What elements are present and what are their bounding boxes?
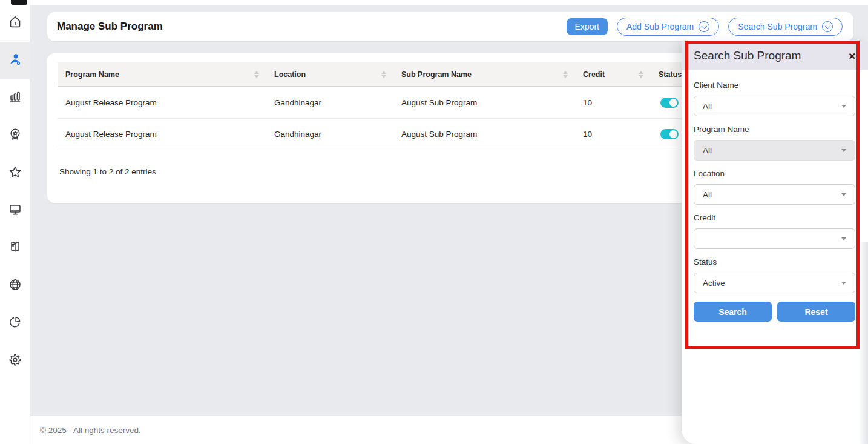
header-actions: Export Add Sub Program Search Sub Progra… bbox=[567, 18, 843, 36]
sidebar-item-library[interactable] bbox=[0, 230, 30, 267]
chevron-down-circle-icon bbox=[699, 21, 709, 32]
globe-icon bbox=[8, 277, 22, 294]
sort-icon[interactable] bbox=[639, 71, 643, 78]
cell-credit: 10 bbox=[575, 87, 651, 118]
chevron-down-icon bbox=[841, 105, 846, 108]
home-icon bbox=[8, 15, 22, 31]
sidebar bbox=[0, 0, 30, 444]
pie-chart-icon bbox=[8, 315, 22, 332]
cell-program-name: August Release Program bbox=[58, 118, 266, 150]
close-icon[interactable]: ✕ bbox=[848, 51, 856, 61]
credit-select[interactable] bbox=[694, 228, 855, 249]
chevron-down-icon bbox=[841, 282, 846, 285]
sidebar-item-analytics[interactable] bbox=[0, 305, 30, 342]
cell-location: Gandhinagar bbox=[266, 87, 393, 118]
panel-header: Search Sub Program ✕ bbox=[682, 41, 868, 70]
cell-program-name: August Release Program bbox=[58, 87, 266, 118]
badge-star-icon bbox=[8, 127, 22, 144]
cell-sub-program-name: August Sub Program bbox=[393, 118, 575, 150]
gear-icon bbox=[8, 353, 22, 369]
search-button[interactable]: Search bbox=[694, 302, 772, 322]
cell-credit: 10 bbox=[575, 118, 651, 150]
sidebar-item-settings[interactable] bbox=[0, 342, 30, 380]
status-toggle[interactable] bbox=[660, 129, 679, 139]
add-sub-program-label: Add Sub Program bbox=[626, 22, 694, 31]
logo-fragment bbox=[11, 0, 27, 5]
location-select[interactable]: All bbox=[694, 184, 855, 205]
chevron-down-circle-icon bbox=[822, 21, 833, 32]
search-sub-program-label: Search Sub Program bbox=[738, 22, 817, 31]
book-icon bbox=[8, 240, 22, 257]
status-select[interactable]: Active bbox=[694, 273, 855, 293]
status-label: Status bbox=[694, 257, 855, 267]
location-label: Location bbox=[694, 169, 855, 178]
bar-chart-icon bbox=[8, 90, 22, 107]
star-icon bbox=[8, 165, 22, 182]
page-header: Manage Sub Program Export Add Sub Progra… bbox=[47, 12, 853, 41]
sort-icon[interactable] bbox=[563, 71, 568, 78]
status-toggle[interactable] bbox=[660, 98, 679, 108]
sidebar-item-home[interactable] bbox=[0, 4, 30, 42]
cell-location: Gandhinagar bbox=[266, 118, 393, 150]
program-name-select: All bbox=[694, 140, 855, 161]
chevron-down-icon bbox=[841, 193, 846, 196]
export-button[interactable]: Export bbox=[567, 18, 608, 35]
chevron-down-icon bbox=[841, 237, 846, 240]
page-title: Manage Sub Program bbox=[57, 21, 163, 33]
panel-title: Search Sub Program bbox=[694, 49, 801, 62]
credit-label: Credit bbox=[694, 213, 855, 222]
column-header-sub-program-name[interactable]: Sub Program Name bbox=[393, 62, 575, 87]
copyright-text: © 2025 - All rights reserved. bbox=[40, 426, 141, 435]
monitor-icon bbox=[8, 202, 22, 219]
client-name-select[interactable]: All bbox=[694, 96, 855, 116]
reset-button[interactable]: Reset bbox=[777, 302, 855, 322]
sort-icon[interactable] bbox=[381, 71, 386, 78]
cell-sub-program-name: August Sub Program bbox=[393, 87, 575, 118]
sort-icon[interactable] bbox=[254, 71, 259, 78]
sidebar-item-badge[interactable] bbox=[0, 117, 30, 154]
column-header-credit[interactable]: Credit bbox=[575, 62, 651, 87]
column-header-program-name[interactable]: Program Name bbox=[58, 62, 266, 87]
sidebar-item-devices[interactable] bbox=[0, 192, 30, 230]
user-gear-icon bbox=[8, 52, 22, 69]
column-header-location[interactable]: Location bbox=[266, 62, 393, 87]
panel-body: Client Name All Program Name All Locatio… bbox=[682, 70, 868, 322]
client-name-label: Client Name bbox=[694, 81, 855, 90]
sidebar-item-favorites[interactable] bbox=[0, 154, 30, 192]
sidebar-item-reports[interactable] bbox=[0, 79, 30, 117]
sidebar-item-manage-users[interactable] bbox=[0, 42, 30, 79]
program-name-label: Program Name bbox=[694, 125, 855, 134]
chevron-down-icon bbox=[841, 149, 846, 152]
search-sub-program-panel: Search Sub Program ✕ Client Name All Pro… bbox=[682, 41, 868, 444]
add-sub-program-button[interactable]: Add Sub Program bbox=[617, 18, 719, 36]
sidebar-item-web[interactable] bbox=[0, 267, 30, 305]
search-sub-program-button[interactable]: Search Sub Program bbox=[728, 18, 843, 36]
